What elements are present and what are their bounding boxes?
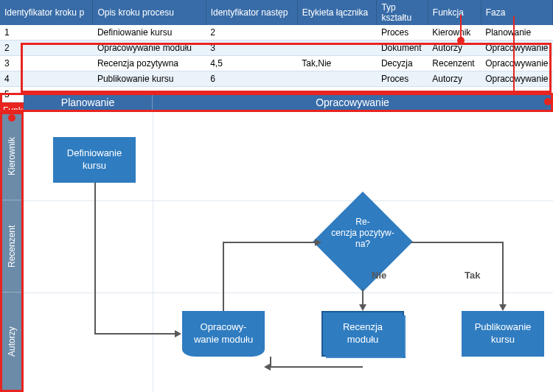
arrow — [502, 242, 504, 305]
table-row[interactable]: 1Definiowanie kursu2ProcesKierownikPlano… — [0, 25, 553, 41]
grid-line — [24, 293, 553, 293]
node-definiowanie[interactable]: Definiowanie kursu — [53, 137, 136, 183]
cell-funk: Kierownik — [428, 25, 481, 41]
col-opis: Opis kroku procesu — [93, 0, 206, 25]
highlight-box-phase-row — [0, 93, 553, 112]
highlight-box-rows — [21, 43, 552, 93]
col-funk: Funkcja — [428, 0, 481, 25]
flowchart-canvas: Definiowanie kursu Opracowy- wanie moduł… — [24, 112, 553, 392]
arrow — [270, 366, 363, 368]
cell-id: 1 — [0, 25, 93, 41]
arrow-head-icon — [315, 239, 321, 246]
highlight-box-lanes — [0, 112, 24, 392]
label-tak: Tak — [465, 270, 480, 281]
callout-dot — [544, 98, 552, 105]
grid-line — [153, 112, 153, 392]
arrow — [362, 289, 364, 305]
col-nast: Identyfikator następ — [206, 0, 297, 25]
col-faza: Faza — [481, 0, 552, 25]
arrow-head-icon — [359, 304, 366, 311]
col-typ: Typ kształtu — [377, 0, 428, 25]
grid-line — [24, 200, 553, 201]
callout-dot — [457, 37, 465, 44]
node-recenzja-modulu[interactable]: Recenzja modułu — [321, 311, 404, 357]
cell-typ: Proces — [377, 25, 428, 41]
col-id: Identyfikator kroku p — [0, 0, 93, 25]
cell-etyk — [297, 25, 377, 41]
arrow-head-icon — [499, 304, 507, 311]
node-publikowanie[interactable]: Publikowanie kursu — [462, 311, 544, 357]
cell-nast: 2 — [206, 25, 297, 41]
cell-opis: Definiowanie kursu — [93, 25, 206, 41]
arrow-head-icon — [264, 363, 271, 371]
col-etyk: Etykieta łącznika — [297, 0, 377, 25]
arrow — [223, 242, 316, 243]
node-opracowywanie[interactable]: Opracowy- wanie modułu — [182, 311, 265, 357]
node-decyzja-text: Re- cenzja pozytyw- na? — [327, 217, 398, 250]
label-nie: Nie — [372, 270, 386, 281]
cell-faza: Planowanie — [481, 25, 552, 41]
arrow-head-icon — [175, 330, 181, 337]
arrow — [94, 333, 175, 335]
arrow — [411, 242, 503, 243]
callout-dot — [8, 114, 15, 122]
arrow — [94, 183, 96, 334]
arrow — [223, 242, 224, 311]
